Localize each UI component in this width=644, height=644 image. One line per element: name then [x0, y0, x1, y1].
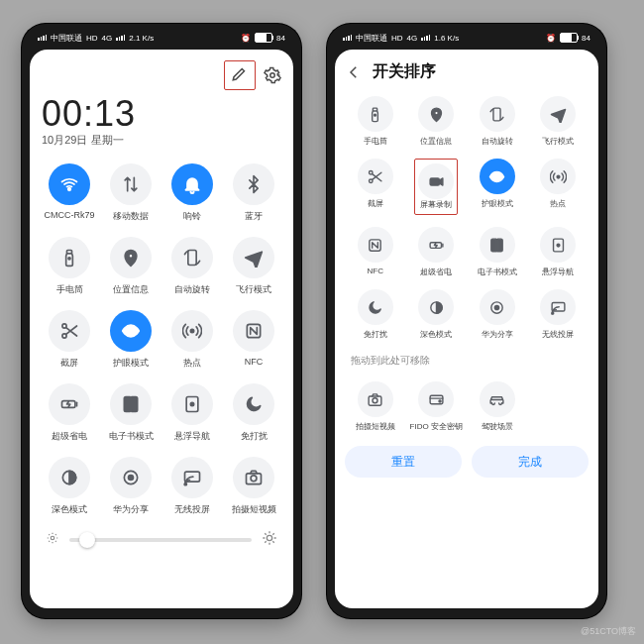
toggle-label: 无线投屏	[174, 503, 210, 516]
airplane-icon[interactable]	[233, 237, 274, 278]
toggle-screenshot[interactable]: 截屏	[42, 310, 97, 370]
float-nav-icon[interactable]	[540, 227, 576, 263]
hotspot-icon[interactable]	[171, 310, 213, 352]
toggle-autorotate[interactable]: 自动旋转	[467, 96, 528, 147]
svg-point-35	[557, 244, 560, 247]
back-icon[interactable]	[345, 63, 363, 81]
toggle-label: 悬浮导航	[542, 267, 574, 277]
svg-point-24	[375, 114, 376, 116]
bluetooth-icon[interactable]	[233, 163, 274, 205]
nfc-icon[interactable]	[233, 310, 274, 352]
toggle-hotspot[interactable]: 热点	[528, 159, 590, 215]
hotspot-icon[interactable]	[540, 159, 576, 194]
moon-icon[interactable]	[358, 289, 393, 325]
toggle-share[interactable]: 华为分享	[103, 457, 159, 516]
toggle-ebook[interactable]: 电子书模式	[103, 383, 159, 443]
brightness-slider[interactable]	[42, 530, 281, 550]
video-icon[interactable]	[418, 163, 454, 199]
toggle-autorotate[interactable]: 自动旋转	[164, 237, 220, 296]
pin-icon[interactable]	[418, 96, 454, 132]
share-icon[interactable]	[480, 289, 515, 325]
toggle-dnd[interactable]: 免打扰	[345, 289, 406, 340]
car-icon[interactable]	[480, 381, 515, 417]
battery-bolt-icon[interactable]	[418, 227, 454, 263]
book-icon[interactable]	[110, 383, 152, 425]
toggle-bluetooth[interactable]: 蓝牙	[226, 163, 281, 223]
done-button[interactable]: 完成	[472, 446, 589, 478]
toggle-ebook[interactable]: 电子书模式	[467, 227, 528, 277]
toggle-screenshot[interactable]: 截屏	[345, 159, 406, 215]
book-icon[interactable]	[480, 227, 515, 263]
eye-icon[interactable]	[480, 159, 515, 194]
toggle-location[interactable]: 位置信息	[103, 237, 159, 296]
toggle-label: 华为分享	[113, 503, 149, 516]
toggle-dark[interactable]: 深色模式	[42, 457, 97, 516]
eye-icon[interactable]	[110, 310, 152, 352]
dark-icon[interactable]	[49, 457, 90, 498]
toggle-share[interactable]: 华为分享	[467, 289, 528, 340]
toggle-mobile-data[interactable]: 移动数据	[103, 163, 159, 223]
toggle-airplane[interactable]: 飞行模式	[226, 237, 281, 296]
float-nav-icon[interactable]	[171, 383, 213, 425]
toggle-flashlight[interactable]: 手电筒	[42, 237, 97, 296]
toggle-cast[interactable]: 无线投屏	[164, 457, 220, 516]
toggle-dnd[interactable]: 免打扰	[226, 383, 281, 443]
toggle-fido[interactable]: FIDO 安全密钥	[406, 381, 468, 432]
toggle-wifi[interactable]: CMCC-Rk79	[42, 163, 97, 223]
data-arrows-icon[interactable]	[110, 163, 152, 205]
toggle-cast[interactable]: 无线投屏	[528, 289, 590, 340]
toggle-driving[interactable]: 驾驶场景	[467, 381, 528, 432]
rotate-icon[interactable]	[480, 96, 515, 132]
gear-icon[interactable]	[264, 66, 281, 84]
bell-icon[interactable]	[171, 163, 213, 205]
phone-left-qs-shade: 中国联通 HD 4G 2.1 K/s ⏰ 84	[22, 24, 301, 618]
wifi-icon[interactable]	[49, 163, 90, 205]
toggle-ringer[interactable]: 响铃	[164, 163, 220, 223]
toggle-nfc[interactable]: NFC	[345, 227, 406, 277]
camera-icon[interactable]	[358, 381, 393, 417]
toggle-record[interactable]: 拍摄短视频	[226, 457, 281, 516]
toggle-hotspot[interactable]: 热点	[164, 310, 220, 370]
toggle-label: FIDO 安全密钥	[410, 421, 463, 432]
dark-icon[interactable]	[418, 289, 454, 325]
cast-icon[interactable]	[540, 289, 576, 325]
reset-button[interactable]: 重置	[345, 446, 462, 478]
svg-point-3	[68, 258, 70, 260]
share-icon[interactable]	[110, 457, 152, 498]
brightness-track[interactable]	[69, 538, 252, 542]
net-badge: HD	[86, 34, 98, 43]
scissors-icon[interactable]	[358, 159, 393, 194]
sun-low-icon	[46, 531, 59, 549]
toggle-camera[interactable]: 拍摄短视频	[345, 381, 406, 432]
toggle-screenrec[interactable]: 屏幕录制	[406, 159, 468, 215]
toggle-nfc[interactable]: NFC	[226, 310, 281, 370]
scissors-icon[interactable]	[49, 310, 90, 352]
toggle-powersave[interactable]: 超级省电	[42, 383, 97, 443]
camera-icon[interactable]	[233, 457, 274, 498]
svg-point-8	[129, 329, 134, 334]
toggle-eyecare[interactable]: 护眼模式	[103, 310, 159, 370]
brightness-thumb[interactable]	[79, 532, 95, 548]
toggle-dnd-nav[interactable]: 悬浮导航	[528, 227, 590, 277]
toggle-dnd-nav[interactable]: 悬浮导航	[164, 383, 220, 443]
battery-bolt-icon[interactable]	[49, 383, 90, 425]
edit-icon[interactable]	[231, 64, 249, 82]
pin-icon[interactable]	[110, 237, 152, 278]
moon-icon[interactable]	[233, 383, 274, 425]
cast-icon[interactable]	[171, 457, 213, 498]
toggle-airplane[interactable]: 飞行模式	[528, 96, 590, 147]
toggle-label: 飞行模式	[542, 136, 574, 147]
toggle-flashlight[interactable]: 手电筒	[345, 96, 406, 147]
flashlight-icon[interactable]	[358, 96, 393, 132]
toggle-location[interactable]: 位置信息	[406, 96, 468, 147]
toggle-dark[interactable]: 深色模式	[406, 289, 468, 340]
toggle-label: 护眼模式	[482, 198, 513, 209]
toggle-eyecare[interactable]: 护眼模式	[467, 159, 528, 215]
toggle-label: 自动旋转	[482, 136, 513, 147]
airplane-icon[interactable]	[540, 96, 576, 132]
flashlight-icon[interactable]	[49, 237, 90, 278]
rotate-icon[interactable]	[171, 237, 213, 278]
nfc-icon[interactable]	[358, 227, 393, 263]
card-icon[interactable]	[418, 381, 454, 417]
toggle-powersave[interactable]: 超级省电	[406, 227, 468, 277]
